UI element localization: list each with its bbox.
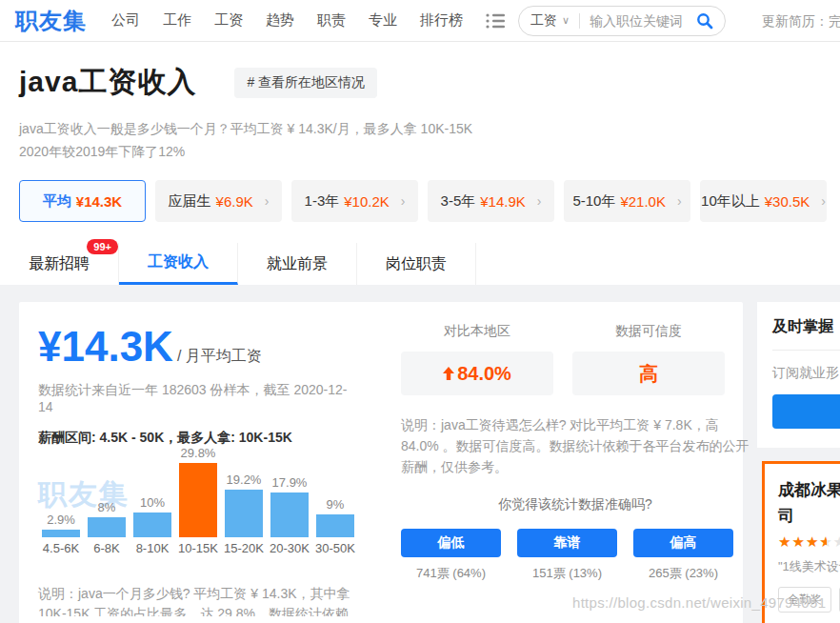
compare-region-value: 84.0% (401, 352, 553, 395)
tab-label: 就业前景 (267, 254, 328, 274)
bar-value-label: 29.8% (181, 446, 216, 460)
salary-card-label: 应届生 (169, 192, 211, 211)
salary-card-value: ¥14.9K (480, 193, 526, 210)
chart-bars: 2.9%4.5-6K8%6-8K10%8-10K29.8%10-15K19.2%… (38, 452, 358, 555)
content-area: ¥14.3K / 月平均工资 数据统计来自近一年 182603 份样本，截至 2… (0, 285, 840, 623)
chevron-right-icon: › (821, 193, 826, 209)
vote-option-1: 靠谱151票 (13%) (517, 529, 617, 582)
nav-item-2[interactable]: 工资 (214, 11, 243, 30)
experience-salary-cards: 平均¥14.3K应届生¥6.9K›1-3年¥10.2K›3-5年¥14.9K›5… (19, 180, 840, 222)
tab-2[interactable]: 就业前景 (238, 243, 357, 285)
region-tag-link[interactable]: # 查看所在地区情况 (234, 68, 377, 98)
bar-category-label: 4.5-6K (43, 541, 79, 555)
bar-category-label: 6-8K (93, 541, 119, 555)
chevron-down-icon: ∨ (562, 14, 570, 27)
bar-group-2: 10%8-10K (130, 495, 175, 555)
nav-item-3[interactable]: 趋势 (266, 11, 294, 30)
bar-rect[interactable] (88, 517, 126, 537)
tab-0[interactable]: 最新招聘99+ (0, 243, 119, 285)
salary-card-2[interactable]: 1-3年¥10.2K› (291, 180, 418, 222)
tab-badge: 99+ (87, 239, 118, 254)
bar-value-label: 9% (327, 497, 345, 512)
subscribe-description: 订阅就业形 (772, 365, 840, 382)
average-salary-suffix: / 月平均工资 (177, 347, 262, 367)
bar-rect[interactable] (42, 530, 80, 537)
search-divider (579, 13, 580, 29)
tab-1[interactable]: 工资收入 (119, 243, 238, 285)
salary-card-label: 3-5年 (441, 192, 476, 211)
company-name: 成都冰果科 司 (778, 477, 840, 529)
bar-group-6: 9%30-50K (312, 497, 358, 555)
vote-option-0: 偏低741票 (64%) (401, 529, 501, 582)
right-sidebar: 及时掌握 订阅就业形 成都冰果科 司 ★★★★★ ★★★★★ "1线美术设计 全… (757, 302, 840, 623)
next-panel-edge (19, 616, 743, 623)
salary-description: java工资收入一般是多少钱一个月？平均工资 ¥ 14.3K/月，最多人拿 10… (19, 117, 840, 163)
subscribe-button[interactable] (772, 394, 840, 429)
compare-note: 说明：java工资待遇怎么样? 对比平均工资 ¥ 7.8K，高 84.0% 。数… (401, 414, 750, 477)
vote-count: 265票 (23%) (633, 565, 733, 582)
salary-card-1[interactable]: 应届生¥6.9K› (155, 180, 282, 222)
update-resume-link[interactable]: 更新简历：完 (762, 13, 840, 30)
chevron-right-icon: › (537, 193, 542, 209)
salary-card-value: ¥30.5K (765, 193, 810, 210)
bar-category-label: 8-10K (136, 541, 170, 555)
salary-distribution-chart: 职友集 2.9%4.5-6K8%6-8K10%8-10K29.8%10-15K1… (38, 452, 358, 574)
search-category-label: 工资 (530, 12, 557, 30)
star-rating: ★★★★★ ★★★★★ (778, 534, 840, 550)
bar-value-label: 2.9% (47, 512, 75, 527)
list-menu-icon[interactable] (486, 13, 505, 29)
bar-category-label: 15-20K (224, 541, 264, 555)
nav-item-6[interactable]: 排行榜 (420, 11, 463, 30)
salary-card-5[interactable]: 10年以上¥30.5K› (700, 180, 827, 222)
up-arrow-icon (443, 367, 454, 380)
salary-card-0[interactable]: 平均¥14.3K (19, 180, 146, 222)
nav-item-0[interactable]: 公司 (111, 11, 140, 30)
bar-rect[interactable] (225, 490, 263, 537)
vote-buttons-row: 偏低741票 (64%)靠谱151票 (13%)偏高265票 (23%) (401, 529, 750, 582)
salary-card-4[interactable]: 5-10年¥21.0K› (564, 180, 690, 222)
salary-card-3[interactable]: 3-5年¥14.9K› (428, 180, 554, 222)
salary-card-label: 平均 (43, 192, 71, 211)
tab-3[interactable]: 岗位职责 (357, 243, 476, 285)
vote-count: 151票 (13%) (517, 565, 617, 582)
search-category-dropdown[interactable]: 工资 ∨ (530, 12, 570, 30)
compare-region-percent: 84.0% (457, 363, 511, 385)
vote-button-0[interactable]: 偏低 (401, 529, 501, 557)
compare-region-label: 对比本地区 (401, 323, 553, 340)
site-logo[interactable]: 职友集 (15, 6, 87, 36)
average-salary-value: ¥14.3K (38, 323, 173, 371)
bar-category-label: 10-15K (178, 541, 218, 555)
top-navbar: 职友集 公司工作工资趋势职责专业排行榜 工资 ∨ 更新简历：完 (0, 0, 840, 42)
nav-item-4[interactable]: 职责 (317, 11, 346, 30)
vote-button-2[interactable]: 偏高 (633, 529, 733, 557)
company-review-quote: "1线美术设计 (778, 558, 840, 575)
main-nav: 公司工作工资趋势职责专业排行榜 (111, 11, 486, 30)
bar-group-4: 19.2%15-20K (221, 472, 267, 555)
nav-item-1[interactable]: 工作 (163, 11, 191, 30)
sample-note: 数据统计来自近一年 182603 份样本，截至 2020-12-14 (38, 382, 358, 414)
credibility-stat: 数据可信度 高 (572, 323, 725, 395)
credibility-text: 高 (639, 361, 658, 387)
salary-card-value: ¥14.3K (76, 193, 122, 210)
vote-button-1[interactable]: 靠谱 (517, 529, 617, 557)
bar-rect[interactable] (316, 514, 354, 537)
stars-fill: ★★★★★ (778, 534, 827, 550)
search-input[interactable] (590, 13, 696, 29)
chevron-right-icon: › (677, 193, 682, 209)
salary-right-column: 对比本地区 84.0% 数据可信度 高 说明：java工资待遇怎么样? 对比平均… (382, 323, 761, 623)
salary-card-label: 10年以上 (701, 192, 760, 211)
vote-question: 你觉得该统计数据准确吗? (401, 496, 750, 513)
salary-card-label: 1-3年 (305, 192, 340, 211)
bar-rect[interactable] (133, 512, 171, 537)
company-name-line2: 司 (778, 503, 840, 529)
search-box: 工资 ∨ (518, 6, 726, 36)
search-button[interactable] (696, 12, 713, 30)
chevron-right-icon: › (401, 193, 406, 209)
tab-label: 工资收入 (148, 252, 209, 272)
desc-line-2: 2020年较2019年下降了12% (19, 140, 840, 163)
salary-stats-panel: ¥14.3K / 月平均工资 数据统计来自近一年 182603 份样本，截至 2… (19, 302, 743, 623)
bar-rect[interactable] (179, 463, 217, 537)
bar-rect[interactable] (270, 492, 309, 537)
nav-item-5[interactable]: 专业 (369, 11, 397, 30)
subscribe-panel: 及时掌握 订阅就业形 (757, 302, 840, 448)
